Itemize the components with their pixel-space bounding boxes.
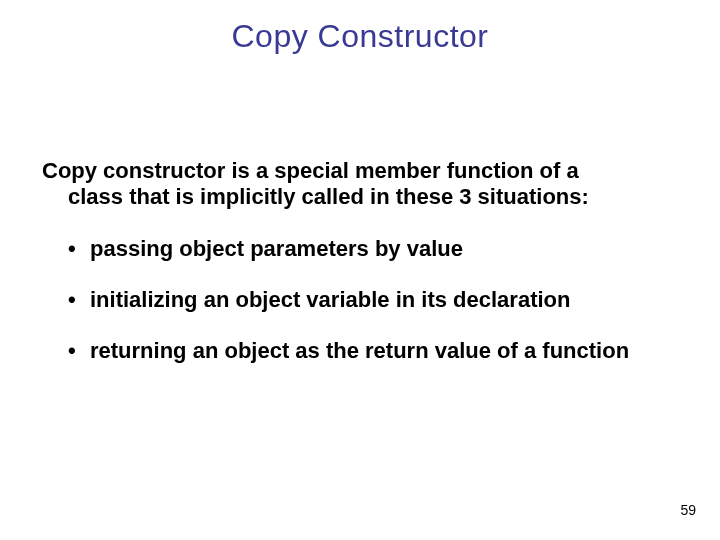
intro-line-1: Copy constructor is a special member fun… <box>42 158 579 183</box>
bullet-list: • passing object parameters by value • i… <box>68 236 658 388</box>
list-item: • initializing an object variable in its… <box>68 287 658 314</box>
intro-paragraph: Copy constructor is a special member fun… <box>42 158 657 211</box>
intro-line-2: class that is implicitly called in these… <box>42 184 657 210</box>
list-item: • returning an object as the return valu… <box>68 338 658 365</box>
slide: Copy Constructor Copy constructor is a s… <box>0 0 720 540</box>
bullet-text: initializing an object variable in its d… <box>90 287 570 312</box>
bullet-text: returning an object as the return value … <box>90 338 629 363</box>
slide-title: Copy Constructor <box>0 18 720 55</box>
bullet-dot-icon: • <box>68 236 90 263</box>
page-number: 59 <box>680 502 696 518</box>
bullet-dot-icon: • <box>68 287 90 314</box>
bullet-text: passing object parameters by value <box>90 236 463 261</box>
list-item: • passing object parameters by value <box>68 236 658 263</box>
bullet-dot-icon: • <box>68 338 90 365</box>
